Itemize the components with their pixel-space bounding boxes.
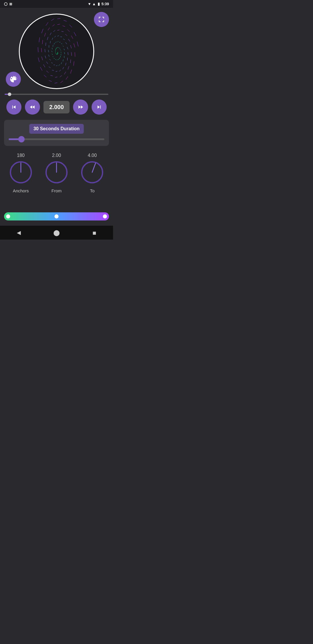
wifi-icon: ▾: [88, 2, 90, 6]
svg-line-33: [54, 43, 54, 44]
svg-line-53: [52, 38, 53, 40]
from-knob-item: 2.00 From: [43, 153, 70, 193]
palette-button[interactable]: [6, 72, 21, 87]
to-knob[interactable]: [79, 159, 105, 185]
svg-line-54: [54, 36, 56, 37]
svg-line-105: [54, 83, 57, 83]
svg-line-12: [56, 49, 56, 50]
svg-line-34: [56, 41, 57, 43]
skip-forward-button[interactable]: [92, 100, 107, 115]
gradient-dot-mid[interactable]: [54, 214, 59, 218]
to-knob-item: 4.00 To: [79, 153, 105, 193]
svg-line-83: [64, 72, 66, 74]
svg-line-110: [38, 47, 38, 52]
svg-line-18: [60, 49, 61, 49]
svg-line-99: [74, 43, 75, 47]
from-value: 2.00: [52, 153, 61, 158]
back-button[interactable]: ◀: [15, 229, 23, 237]
from-label: From: [51, 188, 61, 193]
fast-forward-button[interactable]: [73, 100, 88, 115]
svg-line-29: [52, 54, 52, 55]
knobs-section: 180 Anchors 2.00 From 4.00 To: [0, 148, 113, 196]
svg-line-24: [58, 59, 59, 60]
svg-line-101: [74, 61, 74, 66]
svg-line-93: [48, 28, 50, 30]
duration-panel: 30 Seconds Duration: [4, 120, 109, 146]
svg-line-48: [50, 59, 51, 60]
svg-line-113: [46, 22, 48, 26]
svg-line-31: [52, 48, 52, 50]
svg-line-68: [46, 62, 48, 64]
svg-line-56: [60, 37, 62, 37]
svg-line-106: [49, 80, 52, 81]
svg-line-55: [57, 36, 59, 36]
anchors-knob[interactable]: [8, 159, 34, 185]
svg-line-58: [65, 42, 67, 44]
fullscreen-button[interactable]: [94, 12, 109, 27]
time-display: 5:39: [101, 2, 109, 6]
duration-slider-thumb: [18, 136, 25, 142]
svg-line-72: [47, 37, 48, 40]
svg-line-86: [50, 75, 53, 76]
rewind-button[interactable]: [25, 100, 40, 115]
svg-line-112: [42, 29, 43, 33]
svg-line-109: [38, 57, 39, 62]
svg-line-7: [56, 54, 57, 54]
svg-line-69: [45, 56, 46, 59]
svg-line-38: [63, 46, 63, 47]
skip-forward-icon: [96, 104, 102, 110]
svg-line-32: [53, 45, 53, 47]
svg-line-77: [65, 34, 67, 36]
recents-button[interactable]: ◼: [90, 229, 98, 237]
progress-bar[interactable]: [5, 94, 108, 95]
anchors-label: Anchors: [13, 188, 29, 193]
progress-thumb: [8, 93, 11, 96]
svg-line-42: [63, 59, 63, 61]
svg-line-111: [39, 37, 40, 42]
svg-line-97: [67, 30, 70, 32]
svg-line-62: [65, 63, 66, 65]
to-label: To: [90, 188, 94, 193]
svg-line-115: [57, 18, 61, 19]
spiral-visualization: // Will generate via JS below: [19, 14, 94, 89]
svg-line-94: [52, 24, 55, 26]
svg-line-59: [67, 47, 68, 49]
gradient-dot-start[interactable]: [6, 214, 10, 218]
transport-controls: 2.000: [0, 97, 113, 117]
svg-line-84: [60, 75, 62, 77]
svg-line-104: [60, 81, 63, 83]
skip-back-button[interactable]: [6, 100, 21, 115]
svg-line-63: [63, 67, 64, 69]
progress-bar-container[interactable]: [0, 92, 113, 97]
svg-line-65: [56, 71, 57, 72]
status-icons-left: ▦: [4, 2, 12, 6]
duration-label: 30 Seconds Duration: [29, 124, 83, 134]
svg-line-98: [71, 35, 73, 39]
svg-line-71: [46, 43, 46, 46]
rewind-icon: [29, 104, 36, 110]
svg-line-119: [77, 41, 78, 46]
gradient-bar[interactable]: [4, 212, 109, 220]
svg-line-36: [59, 42, 61, 42]
gradient-dot-end[interactable]: [103, 214, 107, 218]
gradient-bar-container[interactable]: [0, 208, 113, 223]
spacer: [0, 196, 113, 208]
svg-line-21: [61, 54, 61, 55]
status-bar: ▦ ▾ ▲ ▮ 5:39: [0, 0, 113, 8]
svg-line-20: [61, 52, 61, 53]
svg-line-75: [57, 30, 59, 30]
svg-line-25: [57, 59, 57, 60]
from-knob[interactable]: [43, 159, 70, 185]
home-button[interactable]: ⬤: [52, 229, 61, 237]
svg-line-28: [52, 56, 53, 57]
svg-line-82: [68, 66, 69, 69]
svg-line-39: [64, 49, 65, 50]
duration-slider[interactable]: [9, 138, 104, 140]
sim-icon: ▦: [9, 2, 12, 6]
svg-line-30: [52, 51, 52, 52]
svg-line-114: [51, 19, 54, 21]
svg-line-74: [53, 30, 55, 32]
svg-line-80: [71, 52, 72, 56]
svg-line-88: [43, 64, 45, 67]
svg-line-95: [57, 24, 60, 25]
